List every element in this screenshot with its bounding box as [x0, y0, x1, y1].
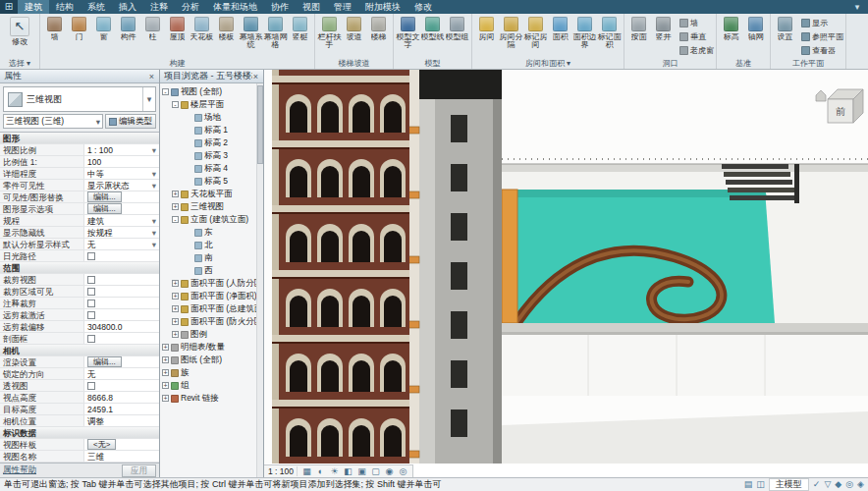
visual-style-icon[interactable]: ◐: [315, 465, 326, 477]
worksets-icon[interactable]: ▤: [744, 478, 753, 491]
active-workset-dropdown[interactable]: 主模型: [769, 478, 809, 491]
ribbon-tool[interactable]: 标记面积: [597, 16, 622, 49]
ribbon-tool[interactable]: 设置: [773, 16, 797, 41]
tree-item[interactable]: + 面积平面 (防火分区面积): [160, 315, 256, 328]
property-value[interactable]: 8666.8 ▾: [84, 392, 159, 403]
tree-item[interactable]: + 图纸 (全部): [160, 354, 256, 366]
property-value[interactable]: ▾: [84, 286, 159, 297]
tree-item[interactable]: + 图例: [160, 328, 256, 341]
temporary-hide-isolate-icon[interactable]: ◉: [384, 465, 395, 477]
ribbon-tool[interactable]: 标高: [719, 16, 743, 41]
ribbon-tool[interactable]: 房间: [474, 16, 499, 41]
tree-expand-toggle[interactable]: +: [172, 305, 179, 312]
property-value[interactable]: ▾: [84, 309, 159, 320]
property-row[interactable]: 默认分析显示样式 无 ▾: [0, 239, 159, 250]
ribbon-tool[interactable]: 门: [67, 16, 91, 41]
tree-expand-toggle[interactable]: +: [162, 382, 169, 389]
tree-item[interactable]: + 面积平面 (净面积): [160, 290, 256, 302]
property-value[interactable]: <无> ▾: [84, 439, 159, 450]
view-scale-button[interactable]: 1 : 100: [268, 466, 298, 476]
tree-item[interactable]: 场地: [160, 111, 256, 124]
property-row[interactable]: 范围 ▾: [0, 262, 159, 274]
ribbon-tool-small[interactable]: 垂直: [678, 29, 714, 43]
property-row[interactable]: 日光路径 ▾: [0, 250, 159, 262]
tree-item[interactable]: + 面积平面 (人防分区面积): [160, 277, 256, 290]
checkbox[interactable]: [87, 288, 95, 296]
tree-item[interactable]: 东: [160, 226, 256, 239]
tree-item[interactable]: + 面积平面 (总建筑面积): [160, 302, 256, 315]
ribbon-tool[interactable]: 幕墙网格: [263, 16, 288, 49]
property-value[interactable]: 编辑... ▾: [84, 191, 159, 202]
ribbon-tool[interactable]: 标记房间: [523, 16, 548, 49]
tree-item[interactable]: + 族: [160, 366, 256, 379]
property-row[interactable]: 标识数据 ▾: [0, 427, 159, 439]
ribbon-tab[interactable]: 附加模块: [358, 0, 407, 14]
close-icon[interactable]: ×: [148, 72, 155, 82]
property-value[interactable]: 2459.1 ▾: [84, 404, 159, 414]
tree-item[interactable]: + 组: [160, 379, 256, 392]
property-value[interactable]: 无 ▾: [84, 239, 159, 249]
property-row[interactable]: 锁定的方向 无 ▾: [0, 368, 159, 380]
tree-expand-toggle[interactable]: +: [162, 344, 169, 351]
tree-item[interactable]: 北: [160, 239, 256, 251]
property-value[interactable]: 按规程 ▾: [84, 227, 159, 238]
tree-expand-toggle[interactable]: +: [172, 293, 179, 300]
tree-item[interactable]: - 楼层平面: [160, 98, 256, 111]
property-value[interactable]: 编辑... ▾: [84, 356, 159, 367]
checkbox[interactable]: [87, 300, 95, 307]
tree-expand-toggle[interactable]: -: [172, 216, 179, 223]
property-row[interactable]: 远剪裁激活 ▾: [0, 309, 159, 321]
ribbon-tool[interactable]: 构件: [116, 16, 140, 41]
property-row[interactable]: 相机 ▾: [0, 345, 159, 356]
crop-view-icon[interactable]: ▣: [356, 465, 367, 477]
property-row[interactable]: 可见性/图形替换 编辑... ▾: [0, 191, 159, 203]
property-row[interactable]: 视图比例 1 : 100 ▾: [0, 144, 159, 156]
ribbon-tool[interactable]: 模型线: [420, 16, 445, 41]
ribbon-tab[interactable]: 视图: [296, 0, 327, 14]
properties-help-link[interactable]: 属性帮助: [3, 464, 36, 476]
apply-button[interactable]: 应用: [122, 464, 156, 477]
ribbon-group-label[interactable]: 选择 ▾: [0, 58, 39, 69]
ribbon-tool[interactable]: 模型组: [445, 16, 469, 41]
tree-item[interactable]: + 三维视图: [160, 200, 256, 213]
ribbon-tab[interactable]: 系统: [81, 0, 112, 14]
filter-icon[interactable]: ▽: [824, 478, 831, 491]
ribbon-tool[interactable]: 轴网: [743, 16, 768, 41]
property-row[interactable]: 渲染设置 编辑... ▾: [0, 356, 159, 368]
close-icon[interactable]: ×: [252, 72, 259, 82]
property-value[interactable]: ▾: [84, 380, 159, 391]
tree-expand-toggle[interactable]: -: [162, 88, 169, 95]
ribbon-tool[interactable]: 柱: [140, 16, 165, 41]
property-value[interactable]: 无 ▾: [84, 368, 159, 379]
property-value[interactable]: ▾: [84, 250, 159, 261]
reveal-hidden-icon[interactable]: ◎: [398, 465, 408, 477]
ribbon-tool-small[interactable]: 显示: [799, 16, 843, 29]
select-pinned-icon[interactable]: ◎: [845, 478, 853, 491]
checkbox[interactable]: [87, 382, 95, 390]
ribbon-tool[interactable]: 栏杆扶手: [317, 16, 342, 49]
design-options-icon[interactable]: ◫: [756, 478, 765, 491]
property-value[interactable]: ▾: [84, 274, 159, 285]
drawing-area[interactable]: 前 1 : 100 ▦ ◐ ☀ ◧ ▣ ▢ ◉ ◎: [264, 70, 868, 477]
ribbon-collapse-icon[interactable]: ▾: [846, 0, 868, 14]
property-row[interactable]: 图形 ▾: [0, 133, 159, 144]
tree-item[interactable]: - 视图 (全部): [160, 85, 256, 98]
viewcube-front-label[interactable]: 前: [836, 106, 845, 117]
3d-model-canvas[interactable]: 前: [264, 70, 868, 464]
tree-expand-toggle[interactable]: +: [172, 203, 179, 210]
ribbon-group-label[interactable]: 房间和面积 ▾: [472, 58, 624, 69]
ribbon-tool-small[interactable]: 参照平面: [799, 29, 843, 43]
property-value[interactable]: 三维 ▾: [84, 451, 159, 462]
ribbon-tab[interactable]: 修改: [407, 0, 439, 14]
property-row[interactable]: 比例值 1: 100 ▾: [0, 156, 159, 168]
ribbon-tool[interactable]: 竖井: [651, 16, 676, 41]
ribbon-tab[interactable]: 体量和场地: [206, 0, 264, 14]
type-selector[interactable]: 三维视图 ▾: [3, 86, 156, 112]
tree-item[interactable]: 标高 1: [160, 124, 256, 136]
ribbon-tool[interactable]: 按面: [626, 16, 651, 41]
property-row[interactable]: 剖面框 ▾: [0, 333, 159, 345]
tree-item[interactable]: + Revit 链接: [160, 392, 256, 405]
ribbon-tab[interactable]: 注释: [143, 0, 175, 14]
detail-level-icon[interactable]: ▦: [301, 465, 312, 477]
instance-filter-combo[interactable]: 三维视图 (三维) ▾: [3, 114, 103, 129]
